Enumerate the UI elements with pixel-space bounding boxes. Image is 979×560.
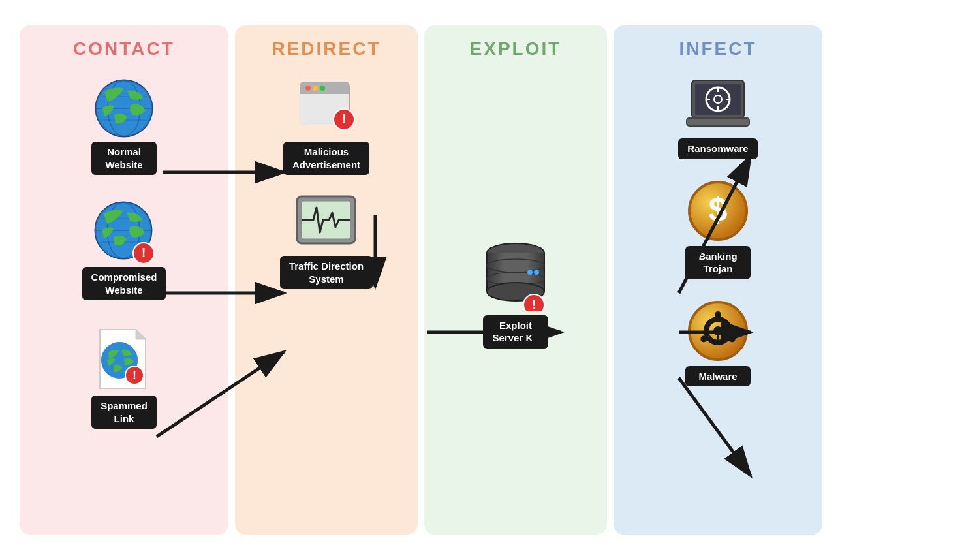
tds-icon-wrap xyxy=(295,194,357,252)
banking-trojan-icon-wrap: $ xyxy=(687,180,749,242)
malicious-ad-node: ! MaliciousAdvertisement xyxy=(283,79,369,175)
tds-label: Traffic DirectionSystem xyxy=(280,256,373,289)
laptop-svg xyxy=(685,79,751,134)
ransomware-icon-wrap xyxy=(685,79,751,134)
exploit-column: EXPLOIT xyxy=(424,25,607,535)
compromised-website-label: CompromisedWebsite xyxy=(82,267,166,300)
svg-rect-50 xyxy=(687,118,749,126)
malicious-ad-label: MaliciousAdvertisement xyxy=(283,142,369,175)
spammed-link-icon-wrap: ! xyxy=(97,326,152,392)
exploit-kit-icon-wrap: ! xyxy=(483,240,548,311)
doc-svg: ! xyxy=(97,326,152,392)
infect-header: INFECT xyxy=(679,39,756,59)
svg-point-37 xyxy=(527,270,533,275)
globe-svg-2: ! xyxy=(93,201,155,263)
diagram: CONTACT xyxy=(13,12,966,548)
tds-node: Traffic DirectionSystem xyxy=(280,194,373,289)
normal-website-label: NormalWebsite xyxy=(91,142,157,175)
ransomware-label: Ransomware xyxy=(678,138,757,159)
svg-point-54 xyxy=(713,326,723,335)
svg-point-23 xyxy=(320,86,325,91)
normal-website-node: NormalWebsite xyxy=(91,79,157,175)
compromised-website-node: ! CompromisedWebsite xyxy=(82,201,166,300)
normal-website-icon-wrap xyxy=(95,79,153,138)
svg-text:!: ! xyxy=(532,297,536,311)
svg-text:!: ! xyxy=(142,245,146,260)
svg-point-38 xyxy=(534,270,539,275)
exploit-header: EXPLOIT xyxy=(470,39,562,59)
banking-trojan-node: $ BankingTrojan xyxy=(685,180,751,279)
svg-text:$: $ xyxy=(708,191,727,228)
svg-text:!: ! xyxy=(342,112,347,126)
biohazard-svg xyxy=(687,300,749,362)
redirect-column: REDIRECT xyxy=(235,25,418,535)
svg-point-56 xyxy=(728,335,735,342)
banking-trojan-label: BankingTrojan xyxy=(685,246,751,279)
malware-node: Malware xyxy=(685,300,751,387)
malware-label: Malware xyxy=(685,366,751,387)
browser-ad-svg: ! xyxy=(297,79,356,138)
spammed-link-node: ! SpammedLink xyxy=(91,326,157,429)
exploit-kit-node: ! ExploitServer Kit xyxy=(483,240,548,349)
coin-svg: $ xyxy=(687,180,749,242)
exploit-kit-label: ExploitServer Kit xyxy=(483,315,548,349)
spammed-link-label: SpammedLink xyxy=(91,396,157,429)
monitor-svg xyxy=(295,194,357,252)
database-svg: ! xyxy=(483,240,548,311)
svg-point-57 xyxy=(700,335,707,342)
contact-column: CONTACT xyxy=(20,25,228,535)
globe-svg-1 xyxy=(95,79,153,138)
svg-point-21 xyxy=(305,86,311,91)
infect-column: INFECT xyxy=(614,25,822,535)
svg-point-22 xyxy=(313,86,318,91)
compromised-website-icon-wrap: ! xyxy=(93,201,155,263)
svg-text:!: ! xyxy=(132,369,136,382)
redirect-header: REDIRECT xyxy=(272,39,381,59)
malicious-ad-icon-wrap: ! xyxy=(297,79,356,138)
contact-header: CONTACT xyxy=(73,39,175,59)
svg-point-55 xyxy=(715,311,721,318)
ransomware-node: Ransomware xyxy=(678,79,757,159)
malware-icon-wrap xyxy=(687,300,749,362)
